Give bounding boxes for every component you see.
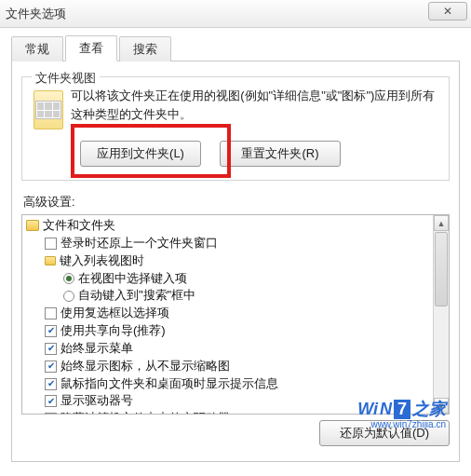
checkbox-icon[interactable] [45, 378, 57, 390]
tree-option-item[interactable]: 在视图中选择键入项 [26, 270, 432, 288]
tree-item-label: 使用复选框以选择项 [61, 305, 169, 322]
restore-defaults-button[interactable]: 还原为默认值(D) [319, 420, 450, 446]
folder-views-row: 可以将该文件夹正在使用的视图(例如"详细信息"或"图标")应用到所有这种类型的文… [34, 87, 437, 129]
tab-search[interactable]: 搜索 [119, 36, 171, 61]
tree-item-label: 鼠标指向文件夹和桌面项时显示提示信息 [61, 375, 278, 393]
tree-item-label: 键入列表视图时 [60, 252, 144, 270]
restore-defaults-label: 还原为默认值(D) [340, 426, 429, 440]
tab-general-label: 常规 [25, 42, 49, 56]
checkbox-icon[interactable] [45, 395, 57, 407]
folder-icon [26, 220, 39, 231]
tree-root-item: 文件和文件夹 [26, 217, 432, 235]
tree-option-item[interactable]: 登录时还原上一个文件夹窗口 [26, 235, 432, 252]
tree-item-label: 始终显示菜单 [61, 340, 133, 358]
reset-folders-label: 重置文件夹(R) [241, 146, 318, 160]
tree-option-item[interactable]: 鼠标指向文件夹和桌面项时显示提示信息 [26, 375, 432, 393]
close-icon: ✕ [443, 5, 452, 18]
scroll-down-arrow[interactable]: ▼ [434, 398, 449, 414]
tree-folder-item: 键入列表视图时 [26, 252, 432, 270]
radio-icon[interactable] [63, 273, 74, 284]
tab-view-label: 查看 [79, 41, 103, 55]
checkbox-icon[interactable] [45, 325, 57, 337]
tree-item-label: 登录时还原上一个文件夹窗口 [61, 235, 218, 252]
checkbox-icon[interactable] [45, 413, 57, 415]
checkbox-icon[interactable] [45, 307, 57, 320]
apply-to-folders-label: 应用到文件夹(L) [97, 146, 184, 160]
checkbox-icon[interactable] [45, 360, 57, 373]
groupbox-folder-views: 文件夹视图 可以将该文件夹正在使用的视图(例如"详细信息"或"图标")应用到所有… [21, 76, 450, 181]
tab-general[interactable]: 常规 [11, 36, 63, 61]
dialog-content: 常规 查看 搜索 文件夹视图 可以将该文件夹正在使用的视图(例如"详细信息"或"… [0, 28, 471, 473]
tree-item-label: 始终显示图标，从不显示缩略图 [61, 358, 230, 375]
checkbox-icon[interactable] [45, 343, 57, 355]
tabpanel-view: 文件夹视图 可以将该文件夹正在使用的视图(例如"详细信息"或"图标")应用到所有… [11, 61, 460, 462]
advanced-settings-tree[interactable]: 文件和文件夹 登录时还原上一个文件夹窗口键入列表视图时在视图中选择键入项自动键入… [21, 214, 450, 415]
window-title: 文件夹选项 [6, 6, 66, 22]
scroll-up-arrow[interactable]: ▲ [434, 215, 449, 231]
tree-option-item[interactable]: 显示驱动器号 [26, 392, 432, 410]
reset-folders-button[interactable]: 重置文件夹(R) [220, 141, 341, 167]
folder-icon [45, 256, 56, 265]
tree-root-label: 文件和文件夹 [43, 217, 115, 235]
advanced-settings-label: 高级设置: [23, 194, 450, 211]
tree-option-item[interactable]: 使用共享向导(推荐) [26, 322, 432, 340]
folder-views-icon [34, 90, 63, 129]
titlebar: 文件夹选项 ✕ [0, 0, 471, 28]
scroll-thumb[interactable] [435, 232, 448, 306]
restore-defaults-row: 还原为默认值(D) [21, 420, 450, 446]
folder-views-description: 可以将该文件夹正在使用的视图(例如"详细信息"或"图标")应用到所有这种类型的文… [71, 87, 437, 123]
tab-search-label: 搜索 [133, 42, 157, 56]
apply-to-folders-button[interactable]: 应用到文件夹(L) [80, 141, 201, 167]
tree-option-item[interactable]: 隐藏计算机文件夹中的空驱动器 [26, 410, 432, 415]
tree-item-label: 在视图中选择键入项 [78, 270, 187, 288]
checkbox-icon[interactable] [45, 238, 57, 250]
tree-scrollbar[interactable]: ▲ ▼ [433, 215, 449, 414]
tree-option-item[interactable]: 自动键入到"搜索"框中 [26, 287, 432, 305]
folder-views-buttons: 应用到文件夹(L) 重置文件夹(R) [80, 141, 437, 167]
tree-option-item[interactable]: 始终显示图标，从不显示缩略图 [26, 358, 432, 375]
tree-option-item[interactable]: 使用复选框以选择项 [26, 305, 432, 322]
tab-view[interactable]: 查看 [65, 35, 117, 61]
tabstrip: 常规 查看 搜索 [11, 35, 460, 61]
tree-item-label: 隐藏计算机文件夹中的空驱动器 [61, 410, 230, 415]
tree-option-item[interactable]: 始终显示菜单 [26, 340, 432, 358]
tree-item-label: 自动键入到"搜索"框中 [78, 287, 195, 305]
tree-item-label: 使用共享向导(推荐) [61, 322, 166, 340]
groupbox-title: 文件夹视图 [32, 70, 100, 87]
radio-icon[interactable] [63, 291, 74, 302]
close-button[interactable]: ✕ [428, 2, 467, 20]
tree-item-label: 显示驱动器号 [61, 392, 133, 410]
